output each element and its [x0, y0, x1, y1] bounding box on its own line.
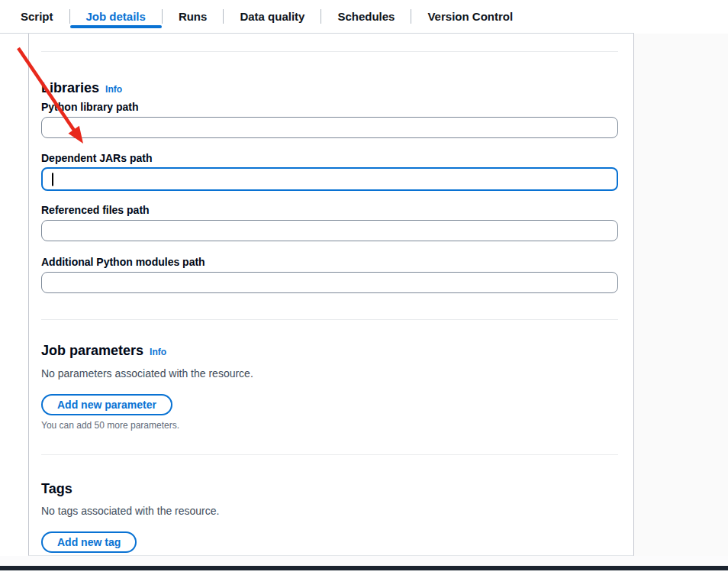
additional-python-modules-path-input[interactable] [41, 272, 618, 293]
job-details-panel: Libraries Info Python library path Depen… [28, 34, 634, 556]
text-cursor [52, 173, 53, 186]
right-gutter [634, 34, 728, 566]
libraries-title: Libraries [41, 79, 99, 96]
add-new-parameter-button[interactable]: Add new parameter [41, 394, 172, 415]
tags-title: Tags [41, 480, 72, 497]
add-new-tag-button[interactable]: Add new tag [41, 531, 137, 553]
tab-schedules[interactable]: Schedules [321, 0, 411, 33]
job-parameters-empty-text: No parameters associated with the resour… [41, 367, 618, 380]
libraries-info-link[interactable]: Info [105, 84, 122, 95]
tags-empty-text: No tags associated with the resource. [41, 505, 618, 518]
tab-version-control[interactable]: Version Control [411, 0, 529, 33]
section-divider [41, 51, 618, 52]
dependent-jars-path-control [41, 167, 618, 191]
section-divider [41, 454, 618, 455]
tags-section-header: Tags [41, 480, 618, 497]
dependent-jars-path-label: Dependent JARs path [41, 152, 618, 164]
libraries-section-header: Libraries Info [41, 79, 618, 96]
additional-python-modules-path-control [41, 272, 618, 293]
python-library-path-label: Python library path [41, 101, 618, 113]
page: Script Job details Runs Data quality Sch… [0, 0, 728, 575]
dependent-jars-path-input[interactable] [41, 167, 618, 191]
referenced-files-path-input[interactable] [41, 220, 618, 241]
referenced-files-path-label: Referenced files path [41, 204, 618, 216]
additional-python-modules-path-label: Additional Python modules path [41, 256, 618, 268]
job-parameters-limit-text: You can add 50 more parameters. [41, 420, 618, 431]
tab-job-details[interactable]: Job details [70, 0, 162, 33]
job-parameters-title: Job parameters [41, 342, 143, 359]
job-parameters-section-header: Job parameters Info [41, 342, 618, 359]
tab-runs[interactable]: Runs [163, 0, 224, 33]
tab-data-quality[interactable]: Data quality [224, 0, 321, 33]
footer-bar [0, 566, 728, 570]
job-parameters-info-link[interactable]: Info [150, 347, 166, 357]
tab-bar: Script Job details Runs Data quality Sch… [0, 0, 728, 34]
python-library-path-control [41, 117, 618, 138]
python-library-path-input[interactable] [41, 117, 618, 138]
referenced-files-path-control [41, 220, 618, 241]
bottom-strip [0, 556, 728, 566]
tab-script[interactable]: Script [21, 0, 69, 33]
section-divider [41, 319, 618, 320]
